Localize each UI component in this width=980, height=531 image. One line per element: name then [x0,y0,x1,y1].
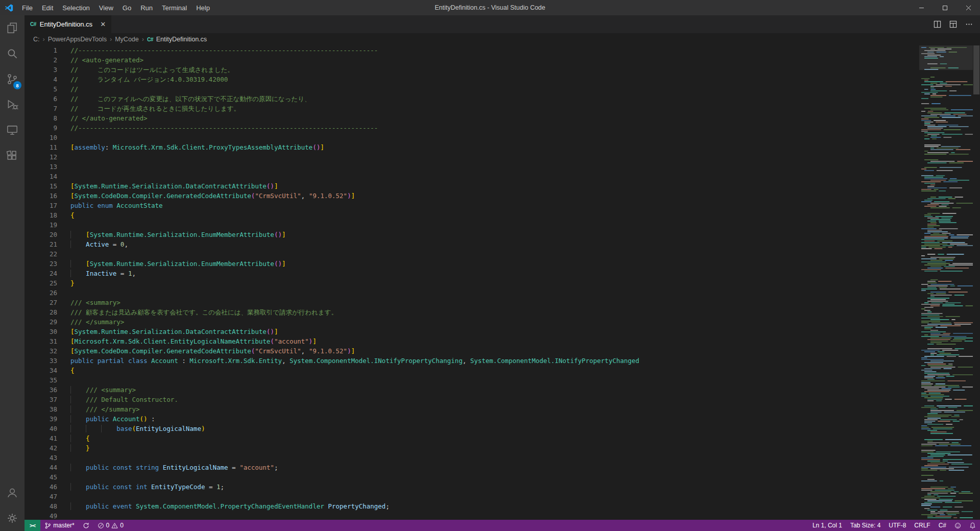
code-line[interactable]: // このコードはツールによって生成されました。 [70,65,980,75]
status-branch[interactable]: master* [40,520,78,531]
line-number[interactable]: 6 [25,94,57,104]
extensions-icon[interactable] [0,143,25,168]
code-line[interactable] [70,492,980,501]
line-number[interactable]: 21 [25,239,57,249]
line-number[interactable]: 20 [25,230,57,239]
remote-explorer-icon[interactable] [0,117,25,143]
line-number[interactable]: 41 [25,433,57,443]
source-control-icon[interactable]: 8 [0,66,25,92]
menu-help[interactable]: Help [192,0,214,15]
scrollbar-thumb[interactable] [973,45,979,94]
editor-layout-icon[interactable] [949,20,957,28]
line-number[interactable]: 18 [25,210,57,220]
code-line[interactable]: // [70,84,980,94]
line-number[interactable]: 24 [25,269,57,278]
line-number[interactable]: 48 [25,501,57,511]
line-number[interactable]: 19 [25,220,57,230]
line-number[interactable]: 1 [25,45,57,55]
line-number[interactable]: 5 [25,84,57,94]
code-line[interactable]: /// </summary> [70,317,980,327]
code-line[interactable]: /// <summary> [70,298,980,307]
code-line[interactable] [70,375,980,385]
tab-close-icon[interactable]: ✕ [100,21,106,28]
code-line[interactable]: Inactive = 1, [70,269,980,278]
split-editor-icon[interactable] [934,20,941,28]
line-number[interactable]: 23 [25,259,57,269]
line-number[interactable]: 10 [25,133,57,142]
line-number[interactable]: 39 [25,414,57,424]
explorer-icon[interactable] [0,15,25,41]
code-line[interactable] [70,511,980,520]
minimap[interactable] [919,45,973,520]
code-line[interactable]: { [70,433,980,443]
line-number[interactable]: 49 [25,511,57,520]
line-number[interactable]: 40 [25,424,57,433]
code-line[interactable]: // </auto-generated> [70,113,980,123]
line-number[interactable]: 32 [25,346,57,356]
code-line[interactable]: { [70,366,980,375]
code-line[interactable]: { [70,210,980,220]
line-number[interactable]: 15 [25,181,57,191]
maximize-button[interactable] [933,0,957,15]
code-line[interactable]: public Account() : [70,414,980,424]
code-line[interactable]: [assembly: Microsoft.Xrm.Sdk.Client.Prox… [70,142,980,152]
line-number[interactable]: 14 [25,172,57,181]
line-number[interactable]: 2 [25,55,57,65]
menu-file[interactable]: File [17,0,37,15]
status-problems[interactable]: 0 0 [93,520,128,531]
code-line[interactable]: /// 顧客または見込み顧客を表す会社です。この会社には、業務取引で請求が行われ… [70,307,980,317]
code-line[interactable]: //--------------------------------------… [70,123,980,133]
code-line[interactable] [70,288,980,298]
line-number[interactable]: 11 [25,142,57,152]
line-number[interactable]: 45 [25,472,57,482]
line-number[interactable]: 28 [25,307,57,317]
editor-scrollbar[interactable] [973,45,980,520]
code-line[interactable] [70,472,980,482]
code-line[interactable] [70,249,980,259]
code-line[interactable]: // コードが再生成されるときに損失したりします。 [70,104,980,113]
line-number[interactable]: 31 [25,336,57,346]
breadcrumb-item[interactable]: MyCode [115,36,139,43]
code-line[interactable]: // <auto-generated> [70,55,980,65]
line-number[interactable]: 36 [25,385,57,395]
code-line[interactable]: /// </summary> [70,404,980,414]
minimap-viewport[interactable] [919,45,973,70]
code-line[interactable]: // このファイルへの変更は、以下の状況下で不正な動作の原因になったり、 [70,94,980,104]
menu-view[interactable]: View [94,0,118,15]
status-language[interactable]: C# [935,520,950,531]
line-number[interactable]: 47 [25,492,57,501]
line-number[interactable]: 16 [25,191,57,201]
line-number[interactable]: 26 [25,288,57,298]
line-number[interactable]: 9 [25,123,57,133]
tab-entitydefinition[interactable]: C# EntityDefinition.cs ✕ [25,15,112,33]
breadcrumb-item[interactable]: PowerAppsDevTools [48,36,107,43]
status-cursor-position[interactable]: Ln 1, Col 1 [808,520,846,531]
code-line[interactable]: } [70,443,980,453]
run-debug-icon[interactable] [0,92,25,117]
line-number[interactable]: 22 [25,249,57,259]
line-number[interactable]: 12 [25,152,57,162]
line-number[interactable]: 43 [25,453,57,463]
line-number[interactable]: 46 [25,482,57,492]
line-number[interactable]: 3 [25,65,57,75]
code-line[interactable]: /// Default Constructor. [70,395,980,404]
code-line[interactable] [70,453,980,463]
code-line[interactable]: [System.CodeDom.Compiler.GeneratedCodeAt… [70,191,980,201]
line-number[interactable]: 38 [25,404,57,414]
editor[interactable]: 1234567891011121314151617181920212223242… [25,45,980,520]
breadcrumb-item[interactable]: C: [33,36,40,43]
line-number[interactable]: 44 [25,463,57,472]
line-number[interactable]: 13 [25,162,57,172]
code-line[interactable]: [System.CodeDom.Compiler.GeneratedCodeAt… [70,346,980,356]
code-line[interactable]: public event System.ComponentModel.Prope… [70,501,980,511]
close-button[interactable] [957,0,980,15]
menu-selection[interactable]: Selection [58,0,94,15]
search-icon[interactable] [0,41,25,66]
code-line[interactable]: public const string EntityLogicalName = … [70,463,980,472]
line-number[interactable]: 17 [25,201,57,210]
code-line[interactable]: public enum AccountState [70,201,980,210]
more-actions-icon[interactable] [965,20,973,28]
code-line[interactable] [70,133,980,142]
line-number[interactable]: 27 [25,298,57,307]
line-number[interactable]: 33 [25,356,57,366]
